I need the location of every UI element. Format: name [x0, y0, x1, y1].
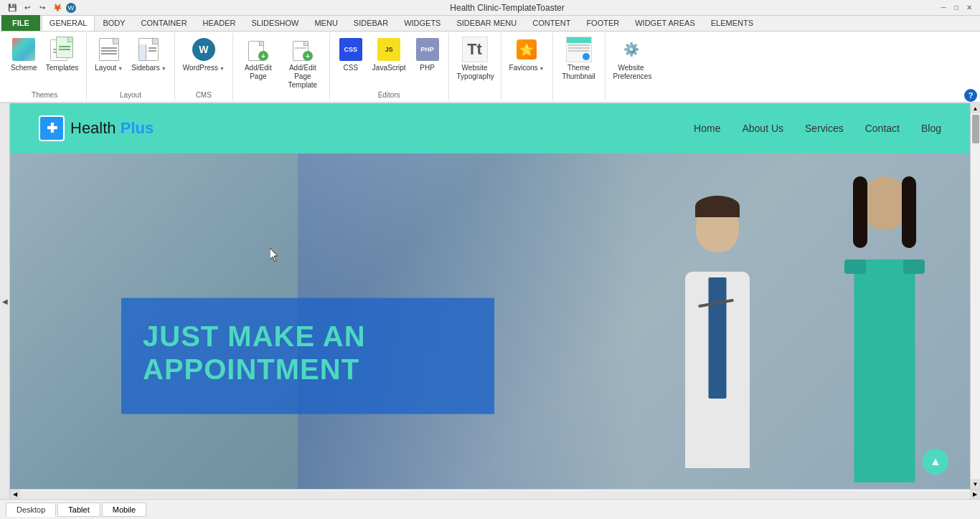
status-bar: Desktop Tablet Mobile	[0, 499, 980, 519]
tab-footer[interactable]: FOOTER	[578, 15, 627, 31]
tab-tablet[interactable]: Tablet	[57, 503, 100, 517]
menu-item-home[interactable]: Home	[694, 123, 720, 134]
tab-file[interactable]: FILE	[1, 15, 40, 31]
typography-buttons: Tt Website Typography	[453, 34, 496, 97]
website-preferences-button[interactable]: ⚙️ Website Preferences	[610, 34, 653, 83]
add-edit-page-label: Add/Edit Page	[241, 64, 275, 81]
javascript-button[interactable]: JS JavaScript	[369, 34, 410, 75]
logo-plus: Plus	[116, 119, 154, 137]
wordpress-icon: W	[191, 37, 217, 62]
firefox-icon: 🦊	[51, 1, 64, 14]
scroll-up-button[interactable]: ▲	[923, 449, 948, 475]
templates-button[interactable]: Templates	[42, 34, 83, 75]
add-edit-template-button[interactable]: + Add/Edit Page Template	[281, 34, 325, 92]
add-edit-page-button[interactable]: + Add/Edit Page	[237, 34, 279, 83]
window-title: Health Clinic-TemplateToaster	[450, 3, 564, 13]
templates-icon	[49, 37, 75, 62]
site-nav: ✚ Health Plus Home About Us Services Con…	[10, 103, 970, 153]
editors-buttons: CSS CSS JS JavaScript PHP PHP	[334, 34, 444, 89]
php-label: PHP	[420, 64, 435, 72]
tab-mobile[interactable]: Mobile	[102, 503, 146, 517]
ribbon-tabs: FILE GENERAL BODY CONTAINER HEADER SLIDE…	[0, 16, 980, 32]
wordpress-button[interactable]: W WordPress ▼	[179, 34, 228, 75]
tab-slideshow[interactable]: SLIDESHOW	[243, 15, 306, 31]
tab-sidebar[interactable]: SIDEBAR	[346, 15, 396, 31]
php-button[interactable]: PHP PHP	[411, 34, 444, 75]
maximize-btn[interactable]: □	[951, 3, 961, 13]
menu-item-blog[interactable]: Blog	[921, 123, 941, 134]
editors-group-label: Editors	[378, 89, 400, 99]
css-label: CSS	[344, 64, 359, 72]
wp-dropdown-arrow: ▼	[220, 66, 225, 71]
preferences-buttons: ⚙️ Website Preferences	[610, 34, 653, 97]
scheme-icon	[11, 37, 37, 62]
tab-menu[interactable]: MENU	[306, 15, 345, 31]
theme-thumbnail-button[interactable]: Theme Thumbnail	[557, 34, 600, 83]
favicons-icon: ⭐	[514, 37, 540, 62]
website-typography-button[interactable]: Tt Website Typography	[453, 34, 496, 83]
horizontal-scrollbar[interactable]: ◀ ▶	[10, 489, 980, 499]
collapse-panel-button[interactable]: ◀	[0, 103, 10, 499]
scroll-thumb[interactable]	[972, 115, 979, 143]
help-button[interactable]: ?	[964, 89, 977, 102]
typography-label: Website Typography	[457, 64, 493, 81]
scroll-down-btn[interactable]: ▼	[971, 479, 981, 489]
hero-background: JUST MAKE AN APPOINTMENT	[10, 153, 970, 489]
hero-text-box: JUST MAKE AN APPOINTMENT	[121, 298, 494, 414]
ribbon-group-themes: Scheme	[3, 33, 87, 100]
menu-item-services[interactable]: Services	[805, 123, 844, 134]
ribbon-panel: Scheme	[0, 32, 980, 103]
tab-elements[interactable]: ELEMENTS	[703, 15, 761, 31]
ribbon-group-typography: Tt Website Typography	[449, 33, 501, 100]
scroll-track[interactable]	[971, 113, 980, 479]
website-preview: ✚ Health Plus Home About Us Services Con…	[10, 103, 970, 489]
themes-group-label: Themes	[32, 89, 57, 99]
undo-btn[interactable]: ↩	[21, 1, 34, 14]
js-label: JavaScript	[372, 64, 406, 72]
tab-sidebar-menu[interactable]: SIDEBAR MENU	[448, 15, 524, 31]
tab-widgets[interactable]: WIDGETS	[396, 15, 448, 31]
quick-access-toolbar: 💾 ↩ ↪ 🦊 W	[6, 1, 76, 14]
hero-title: JUST MAKE AN APPOINTMENT	[143, 320, 473, 386]
view-tabs: Desktop Tablet Mobile	[6, 503, 146, 517]
logo-text: Health Plus	[70, 119, 154, 138]
add-edit-template-label: Add/Edit Page Template	[284, 64, 321, 90]
ribbon-group-editors: CSS CSS JS JavaScript PHP PHP Editors	[330, 33, 449, 100]
site-menu: Home About Us Services Contact Blog	[694, 123, 941, 134]
scroll-left-btn[interactable]: ◀	[10, 490, 20, 500]
sidebars-button[interactable]: Sidebars ▼	[128, 34, 169, 75]
menu-item-about[interactable]: About Us	[742, 123, 783, 134]
favicons-button[interactable]: ⭐ Favicons ▼	[506, 34, 548, 75]
title-bar: 💾 ↩ ↪ 🦊 W Health Clinic-TemplateToaster …	[0, 0, 980, 16]
ribbon-group-layout: Layout ▼ Sidebars	[87, 33, 174, 100]
cursor	[270, 248, 281, 265]
minimize-btn[interactable]: ─	[938, 3, 948, 13]
quick-save-btn[interactable]: 💾	[6, 1, 19, 14]
hero-section: JUST MAKE AN APPOINTMENT	[10, 153, 970, 489]
layout-group-label: Layout	[120, 89, 141, 99]
css-button[interactable]: CSS CSS	[334, 34, 367, 75]
close-btn[interactable]: ✕	[964, 3, 974, 13]
tab-desktop[interactable]: Desktop	[6, 503, 56, 517]
tab-header[interactable]: HEADER	[195, 15, 244, 31]
tab-body[interactable]: BODY	[95, 15, 133, 31]
redo-btn[interactable]: ↪	[36, 1, 49, 14]
typography-icon: Tt	[462, 37, 488, 62]
layout-buttons: Layout ▼ Sidebars	[91, 34, 169, 89]
tab-widget-areas[interactable]: WIDGET AREAS	[627, 15, 703, 31]
menu-item-contact[interactable]: Contact	[865, 123, 900, 134]
vertical-scrollbar[interactable]: ▲ ▼	[970, 103, 980, 489]
wordpress-label: WordPress	[183, 64, 218, 72]
tab-container[interactable]: CONTAINER	[133, 15, 195, 31]
scroll-right-btn[interactable]: ▶	[970, 490, 980, 500]
php-icon: PHP	[415, 37, 440, 62]
main-area: ◀ ✚ Health Plus Home	[0, 103, 980, 499]
sidebars-icon	[136, 37, 161, 62]
tab-content[interactable]: CONTENT	[524, 15, 578, 31]
layout-button[interactable]: Layout ▼	[91, 34, 126, 75]
tab-general[interactable]: GENERAL	[42, 15, 95, 31]
ribbon-group-preferences: ⚙️ Website Preferences	[606, 33, 657, 100]
scheme-button[interactable]: Scheme	[7, 34, 41, 75]
scroll-h-track[interactable]	[20, 491, 970, 498]
scroll-up-btn[interactable]: ▲	[971, 103, 981, 113]
